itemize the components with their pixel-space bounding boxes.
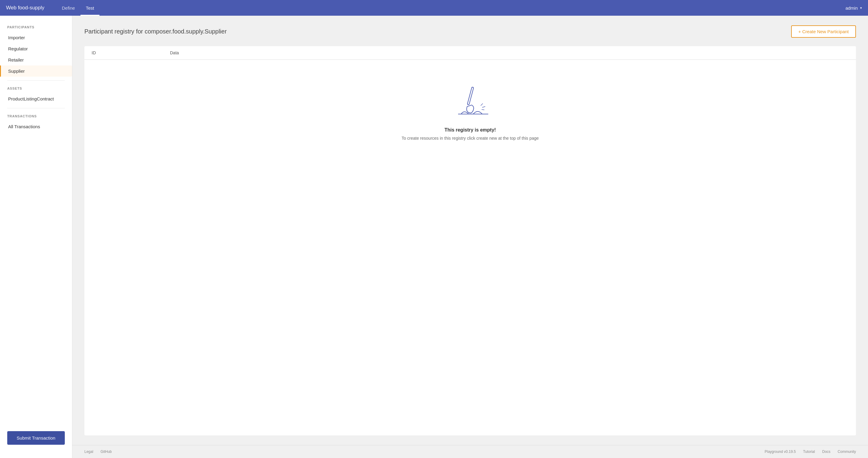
divider-2 [7,108,65,108]
sidebar: PARTICIPANTS Importer Regulator Retailer… [0,16,72,458]
footer-left: Legal GitHub [84,450,112,454]
participants-section: PARTICIPANTS Importer Regulator Retailer… [0,23,72,77]
brand: Web food-supply [6,5,44,11]
brand-web: Web [6,5,17,10]
footer-legal[interactable]: Legal [84,450,93,454]
col-data-header: Data [170,50,849,55]
empty-title: This registry is empty! [444,127,496,133]
footer-community[interactable]: Community [838,450,856,454]
empty-description: To create resources in this registry cli… [401,136,538,141]
chevron-down-icon: ▾ [860,6,862,10]
sidebar-item-regulator[interactable]: Regulator [0,43,72,54]
divider-1 [7,80,65,81]
col-id-header: ID [92,50,170,55]
footer-tutorial[interactable]: Tutorial [803,450,815,454]
sidebar-item-all-transactions[interactable]: All Transactions [0,121,72,132]
page-footer: Legal GitHub Playground v0.19.5 Tutorial… [72,445,868,458]
assets-label: ASSETS [0,87,72,93]
top-nav: Web food-supply Define Test admin ▾ [0,0,868,16]
transactions-label: TRANSACTIONS [0,114,72,121]
page-title: Participant registry for composer.food.s… [84,28,227,35]
user-label: admin [845,5,858,10]
submit-transaction-button[interactable]: Submit Transaction [7,431,65,445]
footer-github[interactable]: GitHub [100,450,112,454]
sidebar-item-importer[interactable]: Importer [0,32,72,43]
participants-label: PARTICIPANTS [0,25,72,32]
user-menu[interactable]: admin ▾ [845,5,862,10]
footer-right: Playground v0.19.5 Tutorial Docs Communi… [765,450,856,454]
transactions-section: TRANSACTIONS All Transactions [0,112,72,132]
sidebar-item-supplier[interactable]: Supplier [0,65,72,77]
table-header: ID Data [84,46,856,60]
empty-state: This registry is empty! To create resour… [84,60,856,159]
main-content: Participant registry for composer.food.s… [72,16,868,445]
brand-name: food-supply [18,5,44,10]
svg-line-3 [482,107,485,107]
sidebar-item-product-listing[interactable]: ProductListingContract [0,93,72,105]
assets-section: ASSETS ProductListingContract [0,84,72,105]
nav-define[interactable]: Define [56,0,80,16]
create-participant-button[interactable]: + Create New Participant [791,25,856,38]
nav-links: Define Test [56,0,845,16]
main-layout: PARTICIPANTS Importer Regulator Retailer… [0,16,868,458]
footer-docs[interactable]: Docs [822,450,830,454]
svg-rect-0 [467,87,473,105]
svg-line-4 [482,110,484,110]
sidebar-footer: Submit Transaction [0,425,72,451]
registry-table: ID Data [84,46,856,435]
content-header: Participant registry for composer.food.s… [84,25,856,38]
empty-icon [446,84,494,120]
footer-playground-version: Playground v0.19.5 [765,450,796,454]
svg-line-2 [481,104,483,106]
nav-test[interactable]: Test [81,0,100,16]
sidebar-item-retailer[interactable]: Retailer [0,54,72,65]
